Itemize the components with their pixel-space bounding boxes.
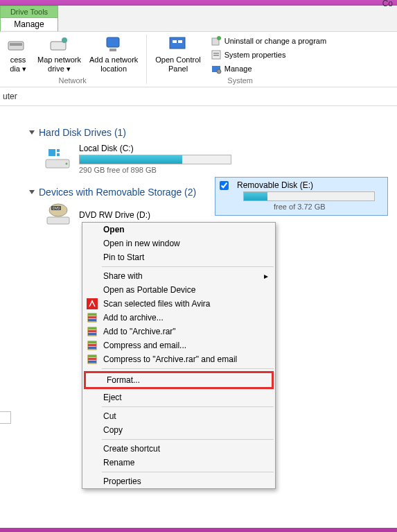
tab-drive-tools[interactable]: Drive Tools Manage: [0, 6, 58, 31]
svg-point-3: [62, 37, 67, 43]
svg-text:DVD: DVD: [53, 206, 60, 210]
svg-rect-4: [107, 37, 119, 47]
tab-manage[interactable]: Manage: [1, 18, 58, 31]
svg-point-20: [66, 163, 68, 165]
drive-name: Removable Disk (E:): [237, 180, 313, 190]
svg-rect-32: [88, 330, 96, 332]
drive-local-c[interactable]: Local Disk (C:) 290 GB free of 898 GB: [44, 144, 389, 174]
cm-copy[interactable]: Copy: [82, 423, 275, 437]
cm-open-new-window[interactable]: Open in new window: [82, 237, 275, 250]
svg-rect-40: [88, 358, 96, 360]
svg-rect-28: [88, 316, 96, 318]
hdd-icon: [44, 147, 72, 171]
cm-format[interactable]: Format...: [86, 373, 272, 387]
svg-rect-31: [88, 327, 96, 329]
rar-icon: [87, 354, 98, 365]
map-network-drive-button[interactable]: Map networkdrive ▾: [33, 33, 85, 76]
window-title: Co: [382, 0, 393, 8]
ribbon-group-label-system: System: [151, 76, 329, 85]
cm-add-archive[interactable]: Add to archive...: [82, 311, 275, 325]
add-network-location-button[interactable]: Add a networklocation: [85, 33, 142, 76]
cm-scan-avira[interactable]: Scan selected files with Avira: [82, 297, 275, 311]
control-panel-icon: [167, 35, 189, 54]
cm-open-portable[interactable]: Open as Portable Device: [82, 283, 275, 297]
properties-icon: [211, 49, 222, 60]
cm-share-with[interactable]: Share with▸: [82, 269, 275, 283]
system-properties-button[interactable]: System properties: [208, 48, 329, 62]
rar-icon: [87, 312, 98, 323]
svg-point-15: [217, 69, 221, 74]
uninstall-program-button[interactable]: Uninstall or change a program: [208, 34, 329, 48]
collapse-icon: [29, 130, 35, 135]
breadcrumb[interactable]: uter: [0, 87, 397, 106]
nav-tree-expand-box[interactable]: [0, 411, 11, 424]
svg-rect-18: [57, 153, 60, 156]
rar-icon: [87, 326, 98, 337]
ribbon-group-network: cessdia ▾ Map networkdrive ▾ Add a netwo…: [0, 32, 145, 87]
svg-rect-7: [173, 40, 177, 43]
submenu-arrow-icon: ▸: [264, 271, 268, 281]
cm-pin-to-start[interactable]: Pin to Start: [82, 250, 275, 264]
cm-properties[interactable]: Properties: [82, 474, 275, 488]
drive-removable-e-selected[interactable]: Removable Disk (E:) free of 3.72 GB: [215, 177, 388, 216]
drive-name: Local Disk (C:): [79, 144, 231, 153]
svg-rect-39: [88, 355, 96, 357]
svg-rect-6: [170, 37, 185, 49]
manage-icon: [211, 63, 222, 74]
svg-rect-37: [88, 347, 96, 349]
ribbon-separator: [146, 35, 147, 84]
cm-format-highlight: Format...: [84, 371, 274, 389]
ribbon-group-system: Open ControlPanel Uninstall or change a …: [148, 32, 332, 87]
svg-rect-1: [10, 43, 22, 46]
window-bottom-border: [0, 528, 397, 532]
access-media-button[interactable]: cessdia ▾: [3, 33, 33, 76]
cm-separator: [102, 406, 274, 407]
svg-rect-27: [88, 314, 96, 316]
group-header-hdd[interactable]: Hard Disk Drives (1): [29, 127, 389, 138]
cm-separator: [102, 266, 274, 267]
drive-usage-bar: [79, 155, 231, 164]
dvd-icon: DVD: [44, 203, 72, 227]
manage-button[interactable]: Manage: [208, 62, 329, 76]
drive-free-text: 290 GB free of 898 GB: [79, 166, 231, 174]
media-icon: [7, 35, 29, 54]
ribbon: cessdia ▾ Map networkdrive ▾ Add a netwo…: [0, 32, 397, 87]
network-location-icon: [103, 35, 125, 54]
drive-usage-bar: [243, 191, 375, 201]
cm-separator: [102, 439, 274, 440]
svg-rect-17: [57, 149, 60, 152]
cm-separator: [102, 368, 274, 369]
cm-rename[interactable]: Rename: [82, 456, 275, 470]
system-small-buttons: Uninstall or change a program System pro…: [205, 33, 329, 76]
cm-eject[interactable]: Eject: [82, 391, 275, 404]
svg-rect-12: [213, 53, 219, 54]
svg-point-10: [217, 36, 221, 40]
context-menu: Open Open in new window Pin to Start Sha…: [82, 222, 276, 489]
uninstall-icon: [211, 35, 222, 46]
svg-rect-16: [48, 149, 55, 156]
svg-rect-8: [178, 40, 182, 43]
network-drive-icon: [48, 35, 70, 54]
svg-rect-29: [88, 319, 96, 321]
cm-cut[interactable]: Cut: [82, 409, 275, 423]
cm-separator: [102, 472, 274, 472]
collapse-icon: [29, 190, 35, 194]
window-titlebar: Co: [0, 0, 397, 6]
cm-create-shortcut[interactable]: Create shortcut: [82, 442, 275, 456]
cm-add-archive-rar[interactable]: Add to "Archive.rar": [82, 325, 275, 338]
svg-rect-41: [88, 361, 96, 363]
main-content: Hard Disk Drives (1) Local Disk (C:) 290…: [0, 106, 397, 227]
open-control-panel-button[interactable]: Open ControlPanel: [151, 33, 204, 76]
avira-icon: [87, 298, 98, 309]
svg-rect-13: [213, 55, 219, 56]
ribbon-tab-row: Drive Tools Manage: [0, 6, 397, 32]
drive-checkbox[interactable]: [220, 181, 229, 190]
svg-rect-24: [47, 217, 69, 224]
cm-compress-rar-email[interactable]: Compress to "Archive.rar" and email: [82, 352, 275, 366]
svg-rect-33: [88, 333, 96, 335]
drive-name: DVD RW Drive (D:): [79, 210, 150, 220]
cm-compress-email[interactable]: Compress and email...: [82, 338, 275, 352]
ribbon-group-label-network: Network: [3, 76, 142, 85]
cm-open[interactable]: Open: [82, 223, 275, 237]
rar-icon: [87, 340, 98, 351]
